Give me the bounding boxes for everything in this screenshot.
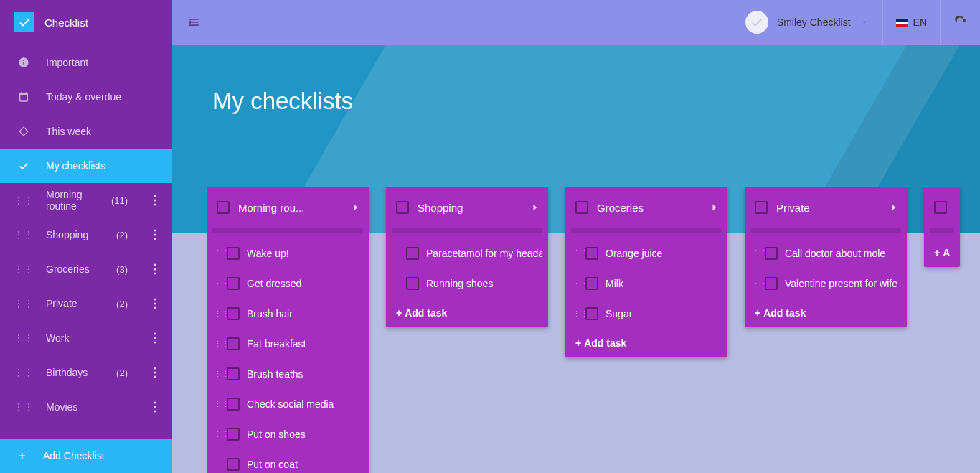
task-checkbox[interactable]: [227, 428, 240, 441]
task-row[interactable]: ⋮⋮Get dressed: [207, 268, 369, 299]
task-checkbox[interactable]: [227, 398, 240, 411]
task-checkbox[interactable]: [227, 247, 240, 260]
drag-handle-icon[interactable]: ⋮⋮: [214, 339, 220, 349]
task-checkbox[interactable]: [765, 277, 778, 290]
task-checkbox[interactable]: [585, 277, 598, 290]
task-row[interactable]: ⋮⋮Check social media: [207, 389, 369, 419]
collapse-sidebar-button[interactable]: [172, 0, 215, 45]
task-row[interactable]: ⋮⋮Put on shoes: [207, 419, 369, 449]
task-row[interactable]: ⋮⋮Eat breakfast: [207, 329, 369, 359]
board-checkbox[interactable]: [396, 201, 409, 214]
drag-handle-icon[interactable]: ⋮⋮: [573, 279, 578, 289]
svg-point-4: [154, 234, 156, 236]
drag-handle-icon[interactable]: ⋮⋮: [214, 279, 220, 289]
drag-handle-icon[interactable]: ⋮⋮: [214, 460, 220, 469]
drag-handle-icon[interactable]: ⋮⋮: [573, 309, 578, 319]
sidebar-checklist-item[interactable]: ⋮⋮Work: [0, 321, 172, 355]
board-checkbox[interactable]: [575, 201, 588, 214]
task-row[interactable]: ⋮⋮Paracetamol for my headache: [386, 238, 548, 268]
task-checkbox[interactable]: [406, 247, 419, 260]
board-header[interactable]: [924, 187, 960, 228]
more-icon[interactable]: [146, 229, 164, 240]
drag-handle-icon[interactable]: ⋮⋮: [17, 229, 30, 240]
drag-handle-icon[interactable]: ⋮⋮: [17, 367, 30, 378]
drag-handle-icon[interactable]: ⋮⋮: [214, 309, 220, 319]
more-icon[interactable]: [146, 195, 164, 206]
drag-handle-icon[interactable]: ⋮⋮: [214, 249, 220, 258]
task-row[interactable]: ⋮⋮Orange juice: [565, 238, 727, 268]
drag-handle-icon[interactable]: ⋮⋮: [214, 400, 220, 409]
board-header[interactable]: Groceries: [565, 187, 727, 228]
task-label: Eat breakfast: [247, 338, 306, 350]
sidebar-checklist-label: Morning routine: [46, 189, 95, 212]
task-checkbox[interactable]: [227, 277, 240, 290]
board-checkbox[interactable]: [217, 201, 230, 214]
sidebar-checklist-item[interactable]: ⋮⋮Birthdays(2): [0, 355, 172, 390]
sidebar-checklist-count: (2): [116, 299, 128, 309]
task-checkbox[interactable]: [227, 307, 240, 320]
refresh-button[interactable]: [940, 0, 980, 45]
task-row[interactable]: ⋮⋮Brush teaths: [207, 359, 369, 389]
task-checkbox[interactable]: [406, 277, 419, 290]
task-row[interactable]: ⋮⋮Put on coat: [207, 449, 369, 473]
add-checklist-button[interactable]: Add Checklist: [0, 439, 172, 473]
task-checkbox[interactable]: [227, 337, 240, 350]
nav-mychecklists[interactable]: My checklists: [0, 149, 172, 183]
board-header[interactable]: Shopping: [386, 187, 548, 228]
more-icon[interactable]: [146, 332, 164, 344]
task-checkbox[interactable]: [585, 247, 598, 260]
sidebar-checklist-item[interactable]: ⋮⋮Groceries(3): [0, 252, 172, 286]
user-menu[interactable]: Smiley Checklist: [732, 0, 882, 45]
board-title: Groceries: [597, 202, 699, 214]
nav-important[interactable]: Important: [0, 45, 172, 80]
svg-point-12: [154, 333, 156, 335]
board-checkbox[interactable]: [934, 201, 947, 214]
nav-today[interactable]: Today & overdue: [0, 80, 172, 114]
sidebar-checklist-item[interactable]: ⋮⋮Shopping(2): [0, 217, 172, 252]
add-task-button[interactable]: + Add task: [386, 299, 548, 327]
task-row[interactable]: ⋮⋮Valentine present for wife: [745, 268, 907, 299]
add-task-button[interactable]: + Add task: [565, 329, 727, 357]
nav-thisweek[interactable]: This week: [0, 114, 172, 149]
more-icon[interactable]: [146, 367, 164, 378]
task-row[interactable]: ⋮⋮Wake up!: [207, 238, 369, 268]
language-switcher[interactable]: EN: [882, 0, 940, 45]
task-checkbox[interactable]: [585, 307, 598, 320]
sidebar-checklist-item[interactable]: ⋮⋮Morning routine(11): [0, 183, 172, 217]
sidebar-checklist-item[interactable]: ⋮⋮Movies: [0, 390, 172, 424]
drag-handle-icon[interactable]: ⋮⋮: [17, 401, 30, 413]
task-label: Brush teaths: [247, 368, 303, 380]
drag-handle-icon[interactable]: ⋮⋮: [393, 249, 399, 258]
drag-handle-icon[interactable]: ⋮⋮: [17, 298, 30, 309]
brand[interactable]: Checklist: [0, 0, 172, 45]
task-row[interactable]: ⋮⋮Sugar: [565, 299, 727, 329]
more-icon[interactable]: [146, 298, 164, 309]
task-checkbox[interactable]: [227, 458, 240, 471]
drag-handle-icon[interactable]: ⋮⋮: [573, 249, 578, 258]
board-checkbox[interactable]: [755, 201, 768, 214]
task-row[interactable]: ⋮⋮Brush hair: [207, 299, 369, 329]
drag-handle-icon[interactable]: ⋮⋮: [752, 279, 758, 289]
sidebar-checklist-item[interactable]: ⋮⋮Private(2): [0, 286, 172, 321]
task-row[interactable]: ⋮⋮Milk: [565, 268, 727, 299]
task-checkbox[interactable]: [765, 247, 778, 260]
drag-handle-icon[interactable]: ⋮⋮: [17, 332, 30, 344]
board-header[interactable]: Morning rou...: [207, 187, 369, 228]
task-row[interactable]: ⋮⋮Call doctor about mole: [745, 238, 907, 268]
drag-handle-icon[interactable]: ⋮⋮: [17, 263, 30, 275]
task-label: Orange juice: [606, 248, 662, 259]
drag-handle-icon[interactable]: ⋮⋮: [214, 370, 220, 379]
add-task-button[interactable]: + A: [924, 238, 960, 267]
more-icon[interactable]: [146, 401, 164, 413]
drag-handle-icon[interactable]: ⋮⋮: [393, 279, 399, 289]
drag-handle-icon[interactable]: ⋮⋮: [214, 430, 220, 439]
board-header[interactable]: Private: [745, 187, 907, 228]
drag-handle-icon[interactable]: ⋮⋮: [17, 195, 30, 206]
task-checkbox[interactable]: [227, 367, 240, 380]
add-task-button[interactable]: + Add task: [745, 299, 907, 327]
add-checklist-label: Add Checklist: [43, 450, 105, 462]
drag-handle-icon[interactable]: ⋮⋮: [752, 249, 758, 258]
chevron-right-icon: [349, 201, 362, 214]
more-icon[interactable]: [146, 263, 164, 275]
task-row[interactable]: ⋮⋮Running shoes: [386, 268, 548, 299]
